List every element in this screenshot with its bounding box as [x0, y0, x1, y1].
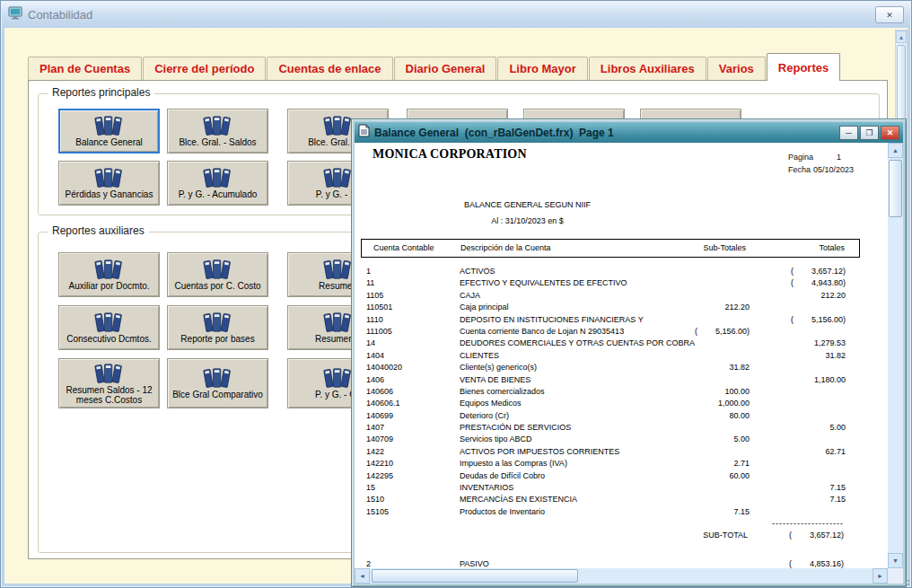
next-row-total: ( 4,853.16) — [789, 559, 844, 568]
report-row: 142210Impuesto a las Compras (IVA)2.71 — [361, 458, 860, 470]
report-row: 142295Deudas de Difícil Cobro60.00 — [361, 470, 860, 482]
preview-minimize-button[interactable]: ─ — [839, 126, 858, 140]
report-button-balance-general[interactable]: Balance General — [58, 109, 160, 154]
window-close-button[interactable]: ✕ — [875, 6, 904, 23]
col-totales: Totales — [819, 240, 845, 257]
date-label: Fecha — [788, 165, 811, 174]
report-button-label: Blce. Gral. - Saldos — [179, 137, 256, 147]
report-button-cuentas-por-c-costo[interactable]: Cuentas por C. Costo — [167, 252, 268, 297]
cell-subtotal: 7.15 — [733, 507, 750, 517]
cell-total: 62.71 — [825, 447, 846, 457]
cell-desc: ACTIVOS — [460, 267, 495, 276]
preview-title: Balance General (con_rBalGenDet.frx) Pag… — [374, 127, 835, 139]
report-row: 1407PRESTACIÓN DE SERVICIOS5.00 — [361, 422, 860, 434]
scroll-up-icon[interactable]: ▲ — [896, 31, 907, 43]
contabilidad-window: Contabilidad ✕ Plan de CuentasCierre del… — [0, 0, 912, 588]
report-row: 110501Caja principal212.20 — [361, 302, 860, 313]
main-scroll-thumb[interactable] — [897, 45, 906, 126]
cell-code: 140709 — [366, 434, 393, 444]
preview-window-buttons: ─ ❐ ✕ — [839, 126, 899, 140]
preview-hscroll-thumb[interactable] — [372, 569, 578, 583]
tab-cuentas-de-enlace[interactable]: Cuentas de enlace — [267, 57, 392, 80]
books-icon — [322, 367, 355, 389]
col-subtotales: Sub-Totales — [703, 240, 746, 257]
books-icon — [93, 312, 126, 333]
cell-desc: Cuenta corriente Banco de Lojan N 290354… — [460, 327, 624, 337]
cell-total: 1,180.00 — [814, 375, 846, 385]
report-row: 140606.1Equipos Medicos1,000.00 — [361, 398, 860, 409]
cell-code: 1404 — [366, 351, 384, 361]
scroll-down-icon[interactable]: ▼ — [888, 553, 903, 568]
tab-libros-auxiliares[interactable]: Libros Auxiliares — [589, 57, 706, 80]
cell-code: 140606 — [366, 387, 393, 397]
cell-subtotal: 212.20 — [724, 303, 750, 312]
cell-code: 1105 — [366, 291, 383, 301]
cell-code: 1422 — [366, 447, 384, 457]
cell-desc: Impuesto a las Compras (IVA) — [460, 459, 567, 469]
report-button-resumen-saldos-12-meses-c-costos[interactable]: Resumen Saldos - 12 meses C.Costos — [58, 358, 160, 408]
books-icon — [202, 312, 234, 333]
books-icon — [322, 259, 355, 280]
cell-desc: PRESTACIÓN DE SERVICIOS — [460, 423, 571, 433]
preview-close-button[interactable]: ✕ — [881, 126, 899, 140]
cell-desc: ACTIVOS POR IMPUESTOS CORRIENTES — [460, 447, 619, 457]
report-row: 1105CAJA212.20 — [361, 290, 860, 302]
preview-client-area: MONICA CORPORATION Pagina 1 Fecha 05/10/… — [355, 143, 903, 584]
cell-total: 212.20 — [820, 291, 846, 301]
cell-code: 1407 — [366, 423, 384, 433]
preview-vscroll-thumb[interactable] — [889, 160, 902, 217]
report-button-blce-gral-saldos[interactable]: Blce. Gral. - Saldos — [167, 109, 268, 154]
report-row: 11EFECTIVO Y EQUIVALENTES DE EFECTIVO( 4… — [361, 277, 860, 289]
books-icon — [322, 115, 355, 136]
cell-code: 11 — [366, 278, 374, 288]
scroll-left-icon[interactable]: ◄ — [355, 568, 370, 584]
report-heading: BALANCE GENERAL SEGUN NIIF — [373, 200, 682, 209]
report-button-label: Consecutivo Dcmtos. — [66, 334, 151, 344]
report-row: 15INVENTARIOS7.15 — [361, 482, 860, 494]
date-value: 05/10/2023 — [813, 165, 854, 174]
cell-desc: Deterioro (Cr) — [460, 411, 509, 421]
report-button-blce-gral-comparativo[interactable]: Blce Gral Comparativo — [167, 358, 268, 408]
cell-desc: EFECTIVO Y EQUIVALENTES DE EFECTIVO — [460, 278, 627, 288]
report-button-consecutivo-dcmtos[interactable]: Consecutivo Dcmtos. — [58, 305, 160, 350]
preview-horizontal-scrollbar[interactable]: ◄ ► — [355, 568, 888, 584]
cell-desc: CLIENTES — [460, 351, 499, 361]
preview-vertical-scrollbar[interactable]: ▲ ▼ — [888, 143, 903, 568]
preview-restore-button[interactable]: ❐ — [860, 126, 879, 140]
report-subheading: Al : 31/10/2023 en $ — [373, 216, 682, 225]
cell-subtotal: 31.82 — [729, 363, 750, 373]
report-button-perdidas-y-ganancias[interactable]: Pérdidas y Ganancias — [58, 161, 160, 206]
report-row: 1422ACTIVOS POR IMPUESTOS CORRIENTES62.7… — [361, 446, 860, 458]
report-row: 1110DEPOSITO EN INSTITUCIONES FINANCIERA… — [361, 314, 860, 326]
tab-cierre-del-periodo[interactable]: Cierre del período — [143, 57, 266, 80]
report-button-auxiliar-por-docmto[interactable]: Auxiliar por Docmto. — [58, 252, 160, 297]
cell-code: 142210 — [366, 459, 393, 469]
cell-desc: DEUDORES COMERCIALES Y OTRAS CUENTAS POR… — [460, 338, 695, 348]
tab-diario-general[interactable]: Diario General — [394, 57, 497, 80]
cell-total: ( 5,156.00) — [791, 315, 846, 325]
cell-desc: MERCANCÍAS EN EXISTENCIA — [460, 495, 577, 505]
report-button-p-y-g-acumulado[interactable]: P. y G. - Acumulado — [167, 161, 268, 206]
scroll-right-icon[interactable]: ► — [873, 568, 888, 584]
table-header: Cuenta Contable Descripción de la Cuenta… — [361, 239, 860, 258]
cell-subtotal: ( 5,156.00) — [695, 327, 750, 337]
scroll-up-icon[interactable]: ▲ — [888, 143, 903, 158]
next-row-code: 2 — [366, 559, 371, 568]
report-rows: 1ACTIVOS( 3,657.12)11EFECTIVO Y EQUIVALE… — [361, 266, 860, 518]
window-titlebar[interactable]: Contabilidad ✕ — [2, 2, 910, 28]
report-row: 140709Servicios tipo ABCD5.00 — [361, 434, 860, 445]
cell-desc: Bienes comercializados — [460, 387, 545, 397]
cell-subtotal: 80.00 — [729, 411, 750, 421]
tab-reportes[interactable]: Reportes — [767, 53, 840, 81]
cell-desc: Servicios tipo ABCD — [460, 434, 532, 444]
tab-libro-mayor[interactable]: Libro Mayor — [497, 57, 587, 80]
cell-desc: VENTA DE BIENES — [460, 375, 531, 385]
col-descripcion: Descripción de la Cuenta — [460, 240, 551, 257]
preview-titlebar[interactable]: Balance General (con_rBalGenDet.frx) Pag… — [355, 122, 903, 143]
cell-subtotal: 1,000.00 — [718, 399, 750, 408]
tab-varios[interactable]: Varios — [707, 57, 766, 80]
cell-subtotal: 100.00 — [724, 387, 750, 397]
cell-total: ( 3,657.12) — [791, 267, 846, 276]
tab-plan-de-cuentas[interactable]: Plan de Cuentas — [28, 57, 142, 80]
report-button-reporte-por-bases[interactable]: Reporte por bases — [167, 305, 268, 350]
